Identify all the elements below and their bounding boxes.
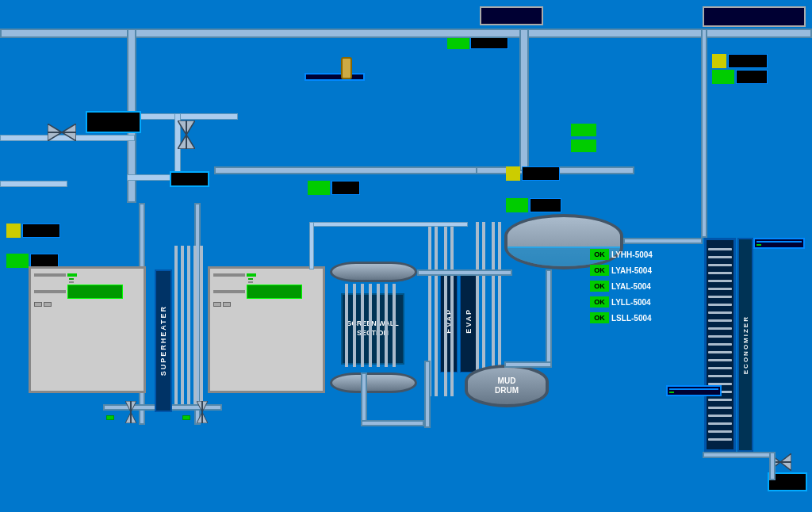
drain1-manual-btn[interactable] <box>248 281 253 283</box>
probe4-label: LSLL-5004 <box>611 314 652 323</box>
tit5000-status <box>669 392 674 393</box>
economizer-box <box>704 238 736 452</box>
psh5100-status <box>571 139 596 152</box>
drain2-mode-label <box>34 273 66 277</box>
pit5100-value <box>522 166 560 181</box>
probe3-label: LYLL-5004 <box>611 298 651 307</box>
drain1-mode-label <box>213 273 245 277</box>
tit5000-box <box>666 385 722 396</box>
drain1-valve-closed-btn[interactable] <box>223 302 231 307</box>
probe4-status: OK <box>590 312 609 323</box>
drain-valve2-box <box>29 266 146 393</box>
lit5004-status <box>506 198 528 212</box>
evap2-label: EVAP <box>460 269 477 373</box>
drain2-auto-btn[interactable] <box>67 273 77 277</box>
tit5002-status <box>756 244 761 246</box>
fit5107-tag <box>480 6 543 25</box>
drain2-manual-btn[interactable] <box>69 281 74 283</box>
drain2-open-btn[interactable] <box>34 302 42 307</box>
temp430-value <box>331 181 360 195</box>
probe-row-0: OK LYHH-5004 <box>590 249 653 260</box>
drain2-closed-display <box>67 285 123 299</box>
pit5107-status <box>712 54 726 68</box>
sh-drain2-clsd[interactable] <box>106 415 114 420</box>
probe-row-3: OK LYLL-5004 <box>590 296 651 308</box>
pit5105-status <box>6 224 21 238</box>
mud-drum: MUDDRUM <box>465 365 549 407</box>
economizer-side-label: ECONOMIZER <box>737 238 753 452</box>
drain1-auto-btn[interactable] <box>247 273 256 277</box>
pit5105-value <box>22 224 60 238</box>
probe-row-1: OK LYAH-5004 <box>590 265 652 276</box>
pshh5100-status <box>571 124 596 136</box>
tit5002-value <box>756 241 802 243</box>
lower-header-vessel <box>330 373 417 393</box>
probe0-status: OK <box>590 249 609 260</box>
pit5107-value <box>728 54 768 68</box>
drain1-open-btn[interactable] <box>213 302 221 307</box>
vent-flow-box <box>304 73 365 81</box>
pit5100-status <box>506 166 520 181</box>
tit5000-value <box>669 388 718 390</box>
drain2-auto-selected <box>69 278 74 280</box>
main-steam-label <box>703 6 806 27</box>
tit5105-status <box>6 254 29 268</box>
pct-66-display <box>86 111 141 133</box>
probe-row-4: OK LSLL-5004 <box>590 312 652 323</box>
steam-drum <box>504 214 623 269</box>
evap1-label: EVAP <box>440 269 458 373</box>
drain1-auto-selected <box>248 278 253 280</box>
drain1-status-label <box>213 290 245 293</box>
lit5004-value <box>530 198 561 212</box>
drain2-status-label <box>34 290 66 293</box>
drain2-valve-closed-btn[interactable] <box>44 302 52 307</box>
drain1-closed-display <box>247 285 302 299</box>
drain-valve1-box <box>208 266 325 393</box>
tit5108-status <box>712 70 734 84</box>
probe-row-2: OK LYAL-5004 <box>590 281 651 292</box>
probe1-label: LYAH-5004 <box>611 266 652 275</box>
valve-position-display <box>170 171 209 187</box>
probe0-label: LYHH-5004 <box>611 250 653 259</box>
tit5002-box <box>753 238 805 249</box>
probe3-status: OK <box>590 296 609 308</box>
temp430-status <box>308 181 330 195</box>
tit5108-value <box>736 70 768 84</box>
upper-header-vessel <box>330 262 417 282</box>
probe2-status: OK <box>590 281 609 292</box>
superheater-label: SUPERHEATER <box>155 269 172 412</box>
probe1-status: OK <box>590 265 609 276</box>
sh-drain1-clsd[interactable] <box>182 415 190 420</box>
probe2-label: LYAL-5004 <box>611 282 651 291</box>
